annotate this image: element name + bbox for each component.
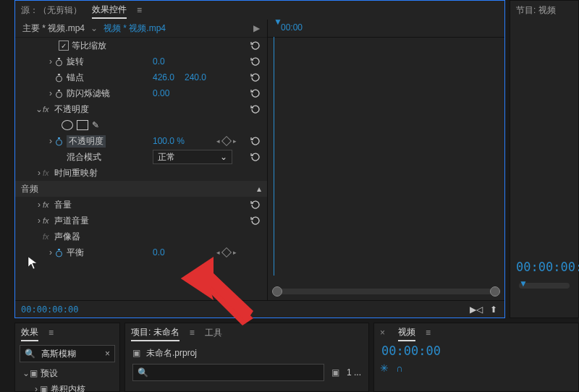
reset-icon[interactable] (250, 56, 261, 67)
twirl-open-icon[interactable]: ⌄ (22, 368, 30, 378)
audio-section-header[interactable]: 音频 ▴ (15, 181, 267, 197)
opacity-value[interactable]: 100.0 % (153, 136, 185, 146)
fx-badge-icon[interactable]: fx (43, 105, 54, 114)
sequence-timecode[interactable]: 00:00:00 (381, 344, 441, 358)
keyframe-nav[interactable]: ◂▸ (216, 249, 237, 256)
effect-panner[interactable]: › fx 声像器 (15, 229, 267, 244)
tab-program[interactable]: 节目: 视频 (516, 3, 556, 18)
zoom-handle-left[interactable] (272, 286, 282, 297)
fx-badge-icon[interactable]: fx (43, 169, 54, 177)
effect-time-remap[interactable]: › fx 时间重映射 (15, 165, 267, 181)
svg-point-0 (56, 60, 62, 66)
twirl-icon[interactable]: › (47, 136, 54, 146)
playhead-timecode[interactable]: 00:00:00:00 (15, 302, 84, 318)
clear-search-icon[interactable]: × (105, 349, 110, 359)
reset-icon[interactable] (250, 40, 261, 51)
stopwatch-active-icon[interactable] (54, 248, 64, 257)
twirl-icon[interactable]: › (35, 168, 43, 178)
loop-playback-icon[interactable]: ▶◁ (470, 304, 483, 315)
panel-menu-icon[interactable]: ≡ (137, 5, 142, 15)
twirl-icon[interactable]: › (47, 56, 54, 67)
expand-timeline-icon[interactable]: ▶ (253, 23, 260, 33)
prop-blend-mode[interactable]: › 混合模式 正常⌄ (15, 149, 267, 165)
prop-anchor-point[interactable]: › 锚点 426.0 240.0 (15, 69, 267, 85)
panel-menu-icon[interactable]: ≡ (190, 328, 195, 338)
twirl-icon[interactable]: › (35, 200, 43, 210)
program-timecode[interactable]: 00:00:00:00 (516, 260, 579, 274)
prop-antiflicker[interactable]: › 防闪烁滤镜 0.00 (15, 85, 267, 101)
tab-tools[interactable]: 工具 (205, 325, 222, 341)
effect-controls-timeline[interactable]: ▼ 00:00 (268, 20, 504, 300)
prop-opacity[interactable]: › 不透明度 100.0 % ◂▸ (15, 133, 267, 149)
reset-icon[interactable] (250, 72, 261, 83)
tab-source[interactable]: 源：（无剪辑） (21, 3, 82, 18)
program-scrubber[interactable]: ▼ (519, 283, 570, 289)
twirl-icon[interactable]: › (47, 247, 54, 257)
fx-badge-icon[interactable]: fx (43, 232, 54, 241)
tab-effect-controls[interactable]: 效果控件 (92, 2, 127, 19)
snap-icon[interactable]: ✳ (380, 362, 389, 374)
effect-opacity-group[interactable]: ⌄ fx 不透明度 (15, 101, 267, 117)
reset-icon[interactable] (250, 135, 261, 147)
zoom-handle-right[interactable] (490, 286, 500, 297)
reset-icon[interactable] (250, 88, 261, 99)
stopwatch-icon[interactable] (54, 89, 64, 98)
timeline-zoom-scrollbar[interactable] (274, 289, 499, 294)
prop-rotation[interactable]: › 旋转 0.0 (15, 54, 267, 69)
tab-effects[interactable]: 效果 (21, 325, 38, 341)
playhead-line[interactable] (274, 37, 274, 276)
effects-folder-presets[interactable]: ⌄ ▣ 预设 (15, 365, 119, 381)
effects-folder-lumetri[interactable]: › ▣ 卷积内核 (15, 381, 119, 392)
mask-ellipse-icon[interactable] (62, 120, 73, 130)
reset-icon[interactable] (250, 103, 261, 115)
antiflicker-value[interactable]: 0.00 (153, 88, 169, 98)
add-keyframe-icon (221, 247, 232, 257)
new-bin-icon[interactable]: ▣ (331, 367, 339, 378)
svg-point-6 (56, 140, 62, 145)
anchor-y-value[interactable]: 240.0 (185, 72, 206, 82)
reset-icon[interactable] (250, 199, 261, 210)
blend-mode-select[interactable]: 正常⌄ (153, 150, 232, 164)
collapse-up-icon[interactable]: ▴ (257, 184, 261, 194)
effect-channel-volume[interactable]: › fx 声道音量 (15, 213, 267, 229)
prop-uniform-scale[interactable]: ✓ 等比缩放 (15, 38, 267, 54)
clip-master-name: 主要 * 视频.mp4 (22, 22, 85, 35)
project-search: 🔍 (132, 364, 324, 381)
export-frame-icon[interactable]: ⬆ (490, 304, 497, 315)
keyframe-nav[interactable]: ◂▸ (216, 137, 237, 145)
tab-sequence[interactable]: 视频 (398, 325, 415, 341)
stopwatch-icon[interactable] (54, 57, 64, 67)
effects-search: 🔍 × (20, 345, 115, 362)
playhead-marker-icon[interactable]: ▼ (519, 278, 528, 289)
search-icon: 🔍 (138, 367, 148, 378)
rotation-value[interactable]: 0.0 (153, 56, 165, 67)
stopwatch-active-icon[interactable] (54, 137, 64, 146)
mask-pen-icon[interactable]: ✎ (92, 120, 99, 130)
fx-badge-icon[interactable]: fx (43, 216, 54, 225)
panel-menu-icon[interactable]: ≡ (426, 328, 431, 338)
close-tab-icon[interactable]: × (380, 328, 385, 338)
anchor-x-value[interactable]: 426.0 (153, 72, 174, 82)
checkbox-icon[interactable]: ✓ (59, 41, 69, 51)
twirl-icon[interactable]: › (47, 88, 54, 98)
effects-search-input[interactable] (40, 348, 101, 359)
twirl-icon[interactable]: › (35, 216, 43, 226)
chevron-down-icon[interactable]: ⌄ (90, 23, 98, 33)
fx-badge-icon[interactable]: fx (43, 200, 54, 209)
balance-value[interactable]: 0.0 (153, 247, 165, 257)
prop-balance[interactable]: › 平衡 0.0 ◂▸ (15, 244, 267, 260)
effect-volume[interactable]: › fx 音量 (15, 197, 267, 213)
project-folder-icon: ▣ (132, 348, 140, 358)
twirl-icon[interactable]: › (33, 384, 40, 392)
source-monitor-tabs: 源：（无剪辑） 效果控件 ≡ (15, 1, 504, 20)
project-search-input[interactable] (153, 367, 319, 378)
tab-project[interactable]: 项目: 未命名 (131, 325, 179, 341)
clip-instance-name: 视频 * 视频.mp4 (103, 22, 166, 35)
linked-selection-icon[interactable]: ∩ (396, 362, 403, 374)
mask-rectangle-icon[interactable] (77, 120, 88, 130)
stopwatch-icon[interactable] (54, 73, 64, 82)
twirl-open-icon[interactable]: ⌄ (35, 104, 43, 114)
reset-icon[interactable] (250, 151, 261, 163)
reset-icon[interactable] (250, 215, 261, 226)
panel-menu-icon[interactable]: ≡ (48, 328, 54, 338)
